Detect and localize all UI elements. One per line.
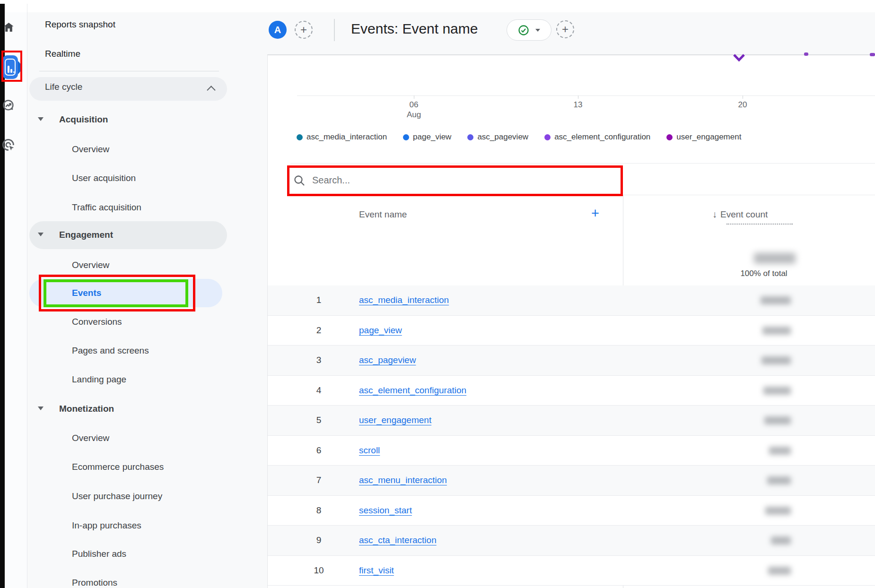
event-name-link[interactable]: asc_cta_interaction	[359, 526, 437, 555]
legend-item[interactable]: page_view	[403, 132, 451, 142]
event-count-redacted	[768, 567, 791, 575]
home-icon[interactable]	[2, 20, 15, 35]
event-name-link[interactable]: session_start	[359, 496, 412, 525]
table-module-top-border	[290, 163, 875, 164]
expand-arrow-icon[interactable]	[38, 406, 44, 410]
row-index: 10	[308, 556, 329, 585]
window-edge	[0, 4, 5, 588]
chart-legend: asc_media_interaction page_view asc_page…	[297, 132, 741, 142]
sidebar-item-acquisition-overview[interactable]: Overview	[72, 142, 223, 156]
sidebar-item-user-acquisition[interactable]: User acquisition	[72, 171, 223, 185]
column-header-event-count[interactable]: ↓ Event count	[712, 209, 768, 220]
legend-label: asc_element_configuration	[554, 132, 650, 142]
sidebar-section-acquisition[interactable]: Acquisition	[59, 112, 215, 127]
table-row: 8 session_start	[268, 496, 875, 526]
sidebar-item-engagement-overview[interactable]: Overview	[72, 258, 223, 272]
sidebar-item-reports-snapshot[interactable]: Reports snapshot	[45, 17, 244, 32]
legend-label: page_view	[413, 132, 451, 142]
legend-item[interactable]: asc_media_interaction	[297, 132, 387, 142]
event-table-body: 1 asc_media_interaction 2 page_view 3 as…	[268, 285, 875, 586]
legend-label: user_engagement	[676, 132, 741, 142]
event-count-label: Event count	[720, 209, 768, 220]
advertising-icon[interactable]	[1, 138, 16, 152]
row-index: 7	[308, 466, 329, 495]
sidebar-item-landing-page[interactable]: Landing page	[72, 372, 223, 387]
axis-tick-label: 06	[400, 100, 428, 110]
event-count-redacted	[771, 536, 791, 545]
collection-header-lifecycle[interactable]: Life cycle	[29, 77, 227, 101]
table-row: 6 scroll	[268, 436, 875, 466]
event-name-link[interactable]: asc_media_interaction	[359, 285, 449, 315]
sidebar-section-monetization[interactable]: Monetization	[59, 402, 215, 416]
icon-rail	[5, 0, 27, 588]
ga4-events-report-screen: Reports snapshot Realtime Life cycle Acq…	[0, 0, 875, 588]
expand-arrow-icon[interactable]	[38, 233, 44, 236]
rail-divider	[27, 4, 27, 588]
add-report-button[interactable]: +	[556, 20, 574, 38]
legend-dot	[467, 134, 473, 140]
table-row: 10 first_visit	[268, 556, 875, 586]
explore-icon[interactable]	[2, 99, 15, 112]
axis-tick-sublabel: Aug	[400, 110, 428, 120]
sidebar-item-user-purchase-journey[interactable]: User purchase journey	[72, 489, 223, 503]
sidebar-section-engagement[interactable]: Engagement	[59, 228, 215, 242]
check-circle-icon	[518, 25, 529, 36]
axis-tick	[414, 95, 414, 99]
legend-item[interactable]: user_engagement	[666, 132, 741, 142]
event-name-link[interactable]: first_visit	[359, 556, 394, 585]
legend-item[interactable]: asc_element_configuration	[544, 132, 650, 142]
legend-dot	[666, 134, 673, 140]
chart-marker-chevron-icon[interactable]	[733, 53, 745, 62]
report-status-chip[interactable]	[507, 19, 551, 41]
event-count-redacted	[763, 387, 791, 395]
table-row: 4 asc_element_configuration	[268, 376, 875, 406]
event-count-redacted	[767, 476, 791, 484]
event-name-link[interactable]: asc_pageview	[359, 346, 416, 375]
axis-tick	[743, 95, 743, 99]
chart-line-point	[804, 52, 808, 56]
event-name-link[interactable]: scroll	[359, 436, 380, 465]
collection-label: Life cycle	[45, 82, 82, 92]
column-header-event-name[interactable]: Event name	[359, 209, 407, 220]
event-count-redacted	[765, 507, 791, 515]
chevron-up-icon	[207, 86, 215, 94]
events-annotation-green-box	[44, 279, 188, 307]
row-index: 8	[308, 496, 329, 525]
total-percent-note: 100% of total	[728, 269, 799, 278]
sidebar-item-promotions[interactable]: Promotions	[72, 576, 223, 588]
sidebar-item-publisher-ads[interactable]: Publisher ads	[72, 547, 223, 561]
sidebar-item-realtime[interactable]: Realtime	[45, 47, 244, 61]
axis-tick	[578, 95, 578, 99]
table-row: 7 asc_menu_interaction	[268, 466, 875, 496]
header-divider	[334, 19, 335, 41]
page-title: Events: Event name	[351, 21, 478, 37]
event-name-link[interactable]: asc_menu_interaction	[359, 466, 447, 495]
row-index: 6	[308, 436, 329, 465]
event-name-link[interactable]: page_view	[359, 316, 402, 345]
add-dimension-button[interactable]: +	[591, 206, 599, 220]
row-index: 1	[308, 285, 329, 315]
chart-line-point	[870, 53, 875, 56]
event-count-redacted	[762, 327, 791, 335]
expand-arrow-icon[interactable]	[38, 117, 44, 121]
add-comparison-button[interactable]: +	[295, 21, 313, 39]
sidebar-item-ecommerce-purchases[interactable]: Ecommerce purchases	[72, 460, 223, 474]
sidebar-item-in-app-purchases[interactable]: In-app purchases	[72, 519, 223, 533]
legend-label: asc_pageview	[477, 132, 528, 142]
event-name-link[interactable]: asc_element_configuration	[359, 376, 466, 405]
comparison-badge-a[interactable]: A	[269, 21, 287, 39]
event-count-redacted	[769, 447, 791, 455]
row-index: 9	[308, 526, 329, 555]
event-count-redacted	[761, 356, 791, 364]
legend-dot	[403, 134, 409, 140]
row-index: 4	[308, 376, 329, 405]
sidebar-item-traffic-acquisition[interactable]: Traffic acquisition	[72, 200, 223, 215]
legend-dot	[297, 134, 303, 140]
sidebar-item-pages-and-screens[interactable]: Pages and screens	[72, 344, 223, 358]
event-name-link[interactable]: user_engagement	[359, 406, 431, 435]
event-count-redacted	[761, 296, 791, 304]
table-row: 1 asc_media_interaction	[268, 285, 875, 316]
sidebar-item-conversions[interactable]: Conversions	[72, 315, 223, 329]
legend-item[interactable]: asc_pageview	[467, 132, 528, 142]
sidebar-item-monetization-overview[interactable]: Overview	[72, 431, 223, 445]
